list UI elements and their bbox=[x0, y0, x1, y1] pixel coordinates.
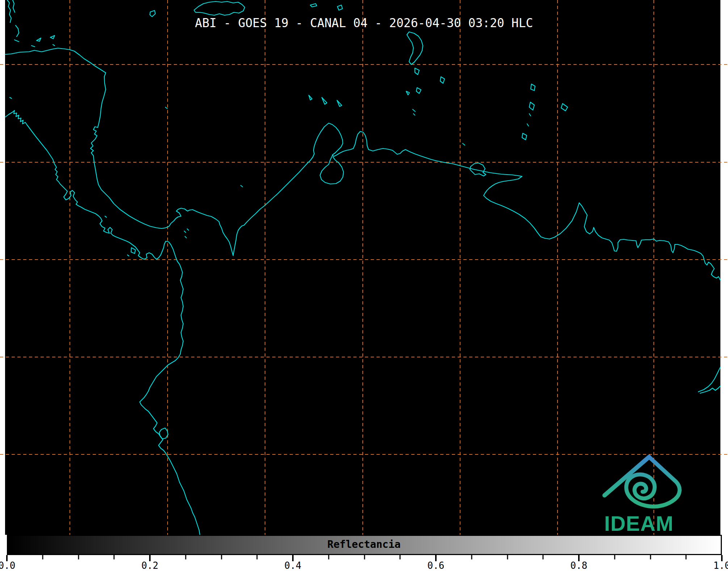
colorbar-tick-label: 0.8 bbox=[571, 560, 588, 571]
colorbar-tick-label: 1.0 bbox=[714, 560, 728, 571]
colorbar-axis: 0.00.20.40.60.81.0 bbox=[7, 555, 722, 562]
colorbar-tick bbox=[686, 555, 687, 559]
map-title: ABI - GOES 19 - CANAL 04 - 2026-04-30 03… bbox=[0, 16, 728, 30]
colorbar-tick bbox=[257, 555, 258, 559]
ideam-logo-text: IDEAM bbox=[594, 511, 684, 536]
colorbar-tick-label: 0.4 bbox=[285, 560, 302, 571]
colorbar-tick bbox=[185, 555, 186, 559]
colorbar-tick bbox=[78, 555, 79, 559]
colorbar-tick bbox=[650, 555, 651, 559]
colorbar-tick bbox=[507, 555, 508, 559]
colorbar-tick bbox=[471, 555, 472, 559]
colorbar-tick bbox=[328, 555, 329, 559]
colorbar-tick bbox=[364, 555, 365, 559]
colorbar-tick-label: 0.6 bbox=[428, 560, 445, 571]
colorbar-tick-label: 0.2 bbox=[142, 560, 159, 571]
colorbar-tick-label: 0.0 bbox=[0, 560, 15, 571]
colorbar-tick bbox=[614, 555, 615, 559]
colorbar-panel: Reflectancia 0.00.20.40.60.81.0 bbox=[0, 535, 728, 571]
satellite-map: ABI - GOES 19 - CANAL 04 - 2026-04-30 03… bbox=[0, 0, 728, 535]
colorbar-tick bbox=[42, 555, 43, 559]
logo-swirl-icon bbox=[626, 457, 679, 507]
ideam-logo-icon bbox=[594, 449, 684, 514]
colorbar-label: Reflectancia bbox=[0, 538, 728, 550]
colorbar-tick bbox=[221, 555, 222, 559]
colorbar-tick bbox=[114, 555, 115, 559]
satellite-image-viewer: ABI - GOES 19 - CANAL 04 - 2026-04-30 03… bbox=[0, 0, 728, 571]
colorbar-tick bbox=[543, 555, 544, 559]
colorbar-tick bbox=[400, 555, 401, 559]
